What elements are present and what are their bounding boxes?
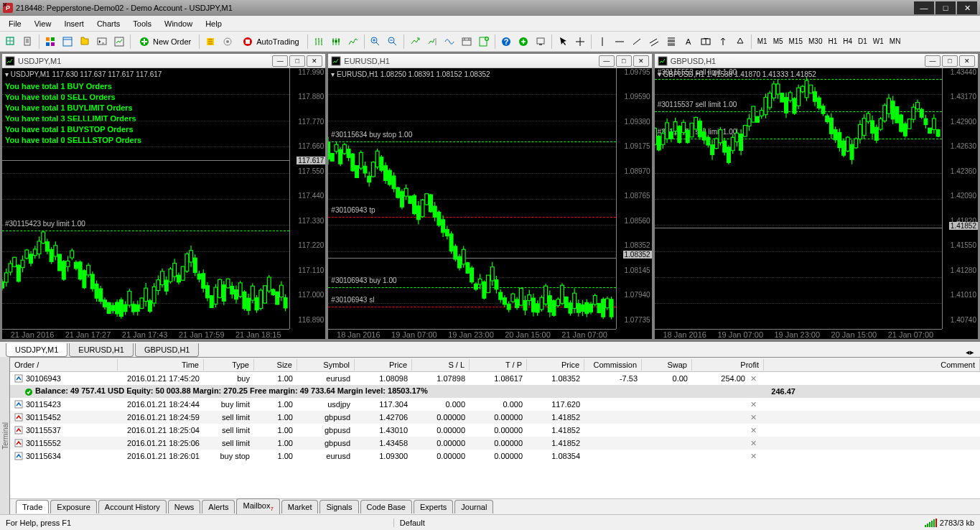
templates-icon[interactable] [476, 34, 492, 50]
crosshair-icon[interactable] [572, 34, 588, 50]
market-watch-icon[interactable] [42, 34, 58, 50]
menu-tools[interactable]: Tools [127, 18, 157, 29]
close-order-icon[interactable]: ✕ [747, 413, 760, 422]
autotrading-button[interactable]: AutoTrading [237, 34, 304, 50]
chart-canvas[interactable]: ▾ EURUSD,H1 1.08250 1.08391 1.08152 1.08… [328, 68, 651, 339]
menu-help[interactable]: Help [200, 18, 228, 29]
chart-canvas[interactable]: ▾ GBPUSD,H1 1.41538 1.41870 1.41333 1.41… [655, 68, 978, 339]
terminal-icon[interactable] [94, 34, 110, 50]
close-button[interactable]: ✕ [957, 1, 977, 14]
column-header-comment[interactable]: Comment [764, 359, 980, 371]
column-header-sl[interactable]: S / L [412, 359, 470, 371]
signals-icon[interactable] [515, 34, 531, 50]
timeframe-mn[interactable]: MN [887, 36, 904, 47]
shapes-icon[interactable] [732, 34, 748, 50]
navigator-icon[interactable] [77, 34, 93, 50]
chart-minimize-button[interactable]: — [272, 55, 288, 67]
zoom-in-icon[interactable] [368, 34, 383, 50]
text-icon[interactable]: A [681, 34, 696, 50]
terminal-tab-journal[interactable]: Journal [454, 500, 493, 513]
timeframe-h1[interactable]: H1 [825, 36, 840, 47]
chart-canvas[interactable]: ▾ USDJPY,M1 117.630 117.637 117.617 117.… [2, 68, 325, 339]
close-order-icon[interactable]: ✕ [747, 400, 760, 409]
column-header-comm[interactable]: Commission [584, 359, 642, 371]
line-chart-icon[interactable] [345, 34, 361, 50]
expert-advisors-icon[interactable] [220, 34, 235, 50]
cursor-icon[interactable] [555, 34, 571, 50]
help-icon[interactable]: ? [498, 34, 514, 50]
trendline-icon[interactable] [629, 34, 645, 50]
close-order-icon[interactable]: ✕ [747, 452, 760, 460]
metaquotes-icon[interactable] [202, 34, 218, 50]
chart-maximize-button[interactable]: □ [616, 55, 632, 67]
column-header-price[interactable]: Price [355, 359, 412, 371]
terminal-tab-alerts[interactable]: Alerts [202, 500, 235, 513]
doc-tab-gbpusd-h1[interactable]: GBPUSD,H1 [135, 343, 200, 357]
profiles-icon[interactable] [20, 34, 36, 50]
text-label-icon[interactable]: T [698, 34, 714, 50]
menu-file[interactable]: File [3, 18, 27, 29]
terminal-tab-news[interactable]: News [168, 500, 201, 513]
menu-window[interactable]: Window [159, 18, 198, 29]
strategy-tester-icon[interactable] [111, 34, 127, 50]
status-profile[interactable]: Default [393, 519, 537, 527]
column-header-size[interactable]: Size [254, 359, 297, 371]
column-header-type[interactable]: Type [204, 359, 254, 371]
vps-icon[interactable] [533, 34, 549, 50]
table-row[interactable]: 301069432016.01.21 17:45:20buy1.00eurusd… [10, 372, 980, 385]
horizontal-line-icon[interactable] [612, 34, 627, 50]
column-header-profit[interactable]: Profit [692, 359, 764, 371]
fibonacci-icon[interactable] [663, 34, 679, 50]
timeframe-w1[interactable]: W1 [870, 36, 887, 47]
menu-view[interactable]: View [29, 18, 57, 29]
table-row[interactable]: 301156342016.01.21 18:26:01buy stop1.00e… [10, 450, 980, 462]
column-header-price2[interactable]: Price [527, 359, 584, 371]
zoom-out-icon[interactable] [385, 34, 401, 50]
timeframe-m5[interactable]: M5 [770, 36, 786, 47]
terminal-tab-experts[interactable]: Experts [414, 500, 453, 513]
chart-open-icon[interactable] [3, 34, 19, 50]
doc-tab-usdjpy-m1[interactable]: USDJPY,M1 [6, 343, 67, 357]
timeframe-m30[interactable]: M30 [806, 36, 825, 47]
terminal-tab-exposure[interactable]: Exposure [50, 500, 96, 513]
menu-insert[interactable]: Insert [58, 18, 90, 29]
timeframe-m1[interactable]: M1 [755, 36, 770, 47]
close-order-icon[interactable]: ✕ [747, 426, 760, 434]
terminal-tab-signals[interactable]: Signals [319, 500, 358, 513]
channel-icon[interactable] [646, 34, 662, 50]
chart-minimize-button[interactable]: — [925, 55, 941, 67]
connection-status[interactable]: 2783/3 kb [925, 519, 974, 527]
terminal-sidebar-handle[interactable]: Terminal ✕ [0, 357, 10, 514]
close-order-icon[interactable]: ✕ [747, 374, 760, 383]
close-panel-icon[interactable]: ✕ [2, 1, 8, 9]
column-header-tp[interactable]: T / P [470, 359, 527, 371]
column-header-symbol[interactable]: Symbol [297, 359, 355, 371]
close-order-icon[interactable]: ✕ [747, 439, 760, 447]
candlestick-icon[interactable] [328, 34, 344, 50]
doc-tab-eurusd-h1[interactable]: EURUSD,H1 [69, 343, 134, 357]
minimize-button[interactable]: — [914, 1, 934, 14]
bar-chart-icon[interactable] [311, 34, 327, 50]
table-row[interactable]: 301154522016.01.21 18:24:59sell limit1.0… [10, 411, 980, 424]
periods-icon[interactable] [459, 34, 475, 50]
table-row[interactable]: 301154232016.01.21 18:24:44buy limit1.00… [10, 398, 980, 411]
timeframe-h4[interactable]: H4 [840, 36, 855, 47]
terminal-tab-mailbox[interactable]: Mailbox7 [236, 498, 279, 514]
auto-scroll-icon[interactable] [407, 34, 423, 50]
chart-maximize-button[interactable]: □ [289, 55, 305, 67]
timeframe-d1[interactable]: D1 [855, 36, 870, 47]
column-header-order[interactable]: Order / [10, 359, 118, 371]
terminal-tab-code-base[interactable]: Code Base [360, 500, 412, 513]
chart-minimize-button[interactable]: — [599, 55, 615, 67]
chart-shift-icon[interactable] [424, 34, 440, 50]
vertical-line-icon[interactable] [594, 34, 610, 50]
terminal-tab-trade[interactable]: Trade [16, 500, 49, 513]
arrows-icon[interactable] [715, 34, 731, 50]
data-window-icon[interactable] [60, 34, 75, 50]
table-row[interactable]: 301155522016.01.21 18:25:06sell limit1.0… [10, 437, 980, 450]
indicators-icon[interactable] [442, 34, 457, 50]
maximize-button[interactable]: □ [935, 1, 956, 14]
terminal-tab-account-history[interactable]: Account History [98, 500, 167, 513]
chart-maximize-button[interactable]: □ [942, 55, 958, 67]
new-order-button[interactable]: New Order [134, 34, 196, 50]
